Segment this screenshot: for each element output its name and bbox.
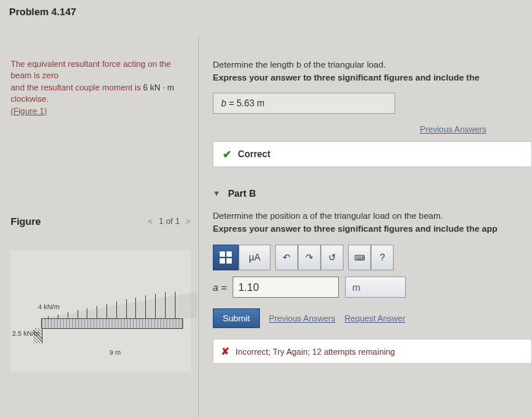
figure-nav: < 1 of 1 > [148,216,191,226]
submit-row: Submit Previous Answers Request Answer [213,308,532,328]
beam [41,318,183,329]
problem-intro: The equivalent resultant force acting on… [11,36,191,117]
answer-val-b: 5.63 m [236,98,264,109]
help-button[interactable]: ? [371,245,394,270]
answer-var-b: b = [221,98,236,109]
intro-line2: and the resultant couple moment is [11,83,143,92]
svg-rect-0 [220,251,225,257]
figure-next[interactable]: > [186,216,191,226]
load-arrows [41,292,180,318]
figure-prev[interactable]: < [148,216,153,226]
right-column: Determine the length b of the triangular… [199,36,532,417]
x-icon: ✘ [221,346,230,357]
templates-button[interactable] [213,245,239,270]
problem-title: Problem 4.147 [0,0,532,21]
submit-button[interactable]: Submit [213,308,260,328]
part-a-instruct: Express your answer to three significant… [213,73,480,82]
intro-moment: 6 kN · m [143,83,174,92]
part-b-header[interactable]: ▼ Part B [213,188,532,199]
part-a-previous-answers[interactable]: Previous Answers [213,125,486,134]
request-answer[interactable]: Request Answer [344,314,405,323]
units-button[interactable]: μΑ [239,245,271,270]
figure-canvas: 4 kN/m 2.5 kN/m 9 m [11,250,191,371]
main: The equivalent resultant force acting on… [0,36,532,417]
unit-selector[interactable]: m [345,276,406,298]
svg-rect-3 [226,258,232,264]
part-a-feedback: ✔ Correct [213,141,532,167]
keyboard-button[interactable]: ⌨ [348,245,371,270]
left-column: The equivalent resultant force acting on… [0,36,199,417]
reset-button[interactable]: ↺ [321,245,344,270]
part-b-answer-row: a = m [213,276,532,298]
caret-down-icon: ▼ [213,189,220,197]
part-b-previous-answers[interactable]: Previous Answers [269,314,335,323]
answer-var-a: a = [213,282,226,293]
figure-header: Figure < 1 of 1 > [11,216,191,227]
answer-input[interactable] [233,276,339,298]
intro-dir: clockwise. [11,94,49,103]
label-25kn: 2.5 kN/m [12,330,40,337]
intro-line1: The equivalent resultant force acting on… [11,59,171,80]
part-b-question: Determine the position a of the triangul… [213,211,443,220]
label-9m: 9 m [109,349,121,356]
svg-rect-2 [220,258,225,264]
part-b-prompt: Determine the position a of the triangul… [213,210,532,236]
figure-link[interactable]: (Figure 1) [11,106,47,115]
check-icon: ✔ [223,148,232,160]
svg-rect-1 [226,251,232,257]
undo-button[interactable]: ↶ [275,245,298,270]
part-b-feedback: ✘ Incorrect; Try Again; 12 attempts rema… [213,339,532,364]
figure-position: 1 of 1 [159,216,180,226]
feedback-text: Incorrect; Try Again; 12 attempts remain… [236,347,395,356]
part-a: Determine the length b of the triangular… [213,36,532,167]
part-a-answer-box: b = 5.63 m [213,93,395,114]
answer-toolbar: μΑ ↶ ↷ ↺ ⌨ ? [213,245,532,270]
part-a-question: Determine the length b of the triangular… [213,60,386,69]
label-4kn: 4 kN/m [38,303,60,311]
part-a-prompt: Determine the length b of the triangular… [213,36,532,85]
correct-label: Correct [238,149,271,160]
figure-label: Figure [11,216,41,227]
part-b-label: Part B [228,188,256,199]
part-b-instruct: Express your answer to three significant… [213,224,497,233]
redo-button[interactable]: ↷ [298,245,321,270]
